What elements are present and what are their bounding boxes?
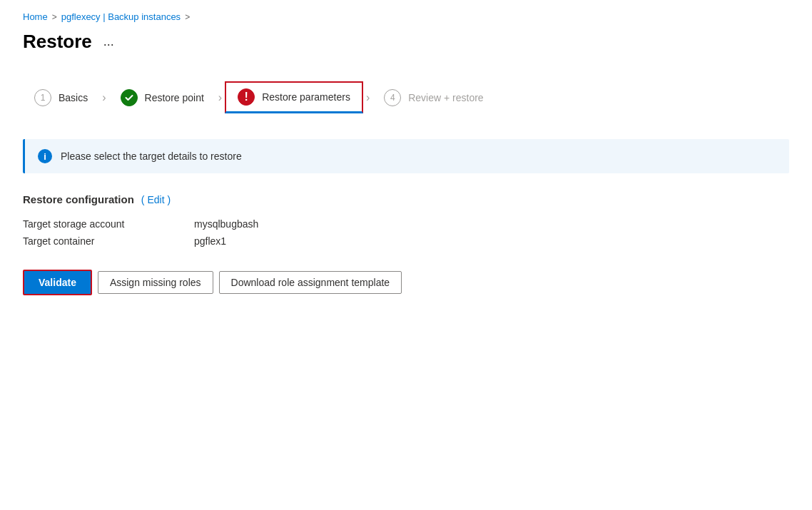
section-title: Restore configuration (23, 193, 134, 205)
config-label-storage: Target storage account (23, 218, 166, 230)
edit-link[interactable]: ( Edit ) (141, 194, 171, 205)
assign-missing-roles-button[interactable]: Assign missing roles (98, 271, 213, 294)
breadcrumb-sep-1: > (52, 12, 57, 22)
step-circle-restore-parameters: ! (238, 88, 255, 106)
step-label-restore-parameters: Restore parameters (262, 91, 350, 103)
info-icon: i (38, 149, 52, 163)
wizard-step-restore-parameters[interactable]: ! Restore parameters (225, 81, 363, 113)
config-value-container: pgflex1 (194, 235, 789, 247)
section-header: Restore configuration ( Edit ) (23, 193, 789, 205)
info-banner: i Please select the target details to re… (23, 139, 789, 173)
wizard-sep-1: › (99, 91, 108, 104)
page-header: Restore ... (23, 31, 789, 53)
breadcrumb-sep-2: > (185, 12, 190, 22)
restore-configuration-section: Restore configuration ( Edit ) Target st… (23, 193, 789, 247)
ellipsis-button[interactable]: ... (99, 33, 118, 51)
wizard-step-restore-point[interactable]: Restore point (109, 83, 215, 112)
download-template-button[interactable]: Download role assignment template (219, 271, 402, 294)
wizard-step-review-restore[interactable]: 4 Review + restore (372, 83, 494, 112)
config-value-storage: mysqlbugbash (194, 218, 789, 230)
step-circle-review-restore: 4 (384, 89, 401, 106)
wizard-steps: 1 Basics › Restore point › ! Restore par… (23, 73, 789, 122)
page-title: Restore (23, 31, 92, 53)
wizard-sep-2: › (215, 91, 225, 104)
config-grid: Target storage account mysqlbugbash Targ… (23, 218, 789, 247)
breadcrumb: Home > pgflexecy | Backup instances > (23, 11, 789, 22)
step-label-basics: Basics (59, 92, 88, 103)
action-buttons: Validate Assign missing roles Download r… (23, 270, 789, 295)
step-circle-restore-point (121, 89, 138, 106)
info-text: Please select the target details to rest… (61, 151, 242, 162)
step-label-restore-point: Restore point (145, 92, 204, 103)
wizard-sep-3: › (363, 91, 372, 104)
config-label-container: Target container (23, 235, 166, 247)
step-circle-basics: 1 (34, 89, 51, 106)
breadcrumb-home[interactable]: Home (23, 11, 48, 22)
wizard-step-basics[interactable]: 1 Basics (23, 83, 99, 112)
breadcrumb-backup-instances[interactable]: pgflexecy | Backup instances (61, 11, 181, 22)
step-label-review-restore: Review + restore (408, 92, 483, 103)
validate-button[interactable]: Validate (23, 270, 92, 295)
